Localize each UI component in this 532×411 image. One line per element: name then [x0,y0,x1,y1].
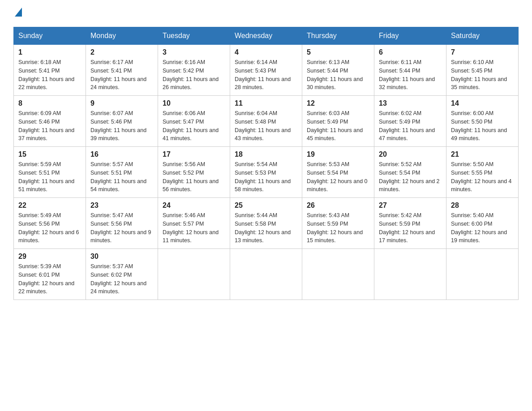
calendar-day-cell: 26 Sunrise: 5:43 AM Sunset: 5:59 PM Dayl… [302,198,374,249]
day-number: 8 [18,99,81,107]
day-info: Sunrise: 5:52 AM Sunset: 5:54 PM Dayligh… [379,160,442,194]
calendar-day-cell: 6 Sunrise: 6:11 AM Sunset: 5:44 PM Dayli… [374,45,446,96]
calendar-day-cell: 16 Sunrise: 5:57 AM Sunset: 5:51 PM Dayl… [86,147,158,198]
calendar-day-cell [446,249,519,300]
calendar-day-cell: 7 Sunrise: 6:10 AM Sunset: 5:45 PM Dayli… [446,45,519,96]
calendar-day-cell: 17 Sunrise: 5:56 AM Sunset: 5:52 PM Dayl… [158,147,230,198]
calendar-day-cell: 23 Sunrise: 5:47 AM Sunset: 5:56 PM Dayl… [86,198,158,249]
calendar-day-cell: 21 Sunrise: 5:50 AM Sunset: 5:55 PM Dayl… [446,147,519,198]
calendar-day-cell [374,249,446,300]
weekday-header-row: SundayMondayTuesdayWednesdayThursdayFrid… [14,27,519,45]
calendar-day-cell: 5 Sunrise: 6:13 AM Sunset: 5:44 PM Dayli… [302,45,374,96]
day-info: Sunrise: 5:39 AM Sunset: 6:01 PM Dayligh… [18,262,81,296]
weekday-header-friday: Friday [374,27,446,45]
day-number: 14 [451,99,514,107]
calendar-week-row: 8 Sunrise: 6:09 AM Sunset: 5:46 PM Dayli… [14,96,519,147]
day-number: 10 [163,99,225,107]
day-number: 22 [18,201,81,210]
calendar-table: SundayMondayTuesdayWednesdayThursdayFrid… [13,27,519,300]
day-info: Sunrise: 6:04 AM Sunset: 5:48 PM Dayligh… [235,109,297,143]
day-number: 6 [379,48,442,56]
day-info: Sunrise: 5:44 AM Sunset: 5:58 PM Dayligh… [235,211,297,245]
day-number: 2 [90,48,153,56]
day-number: 24 [163,201,225,210]
day-number: 19 [307,150,369,158]
day-info: Sunrise: 6:18 AM Sunset: 5:41 PM Dayligh… [18,58,81,92]
day-number: 1 [18,48,81,56]
weekday-header-tuesday: Tuesday [158,27,230,45]
day-info: Sunrise: 5:54 AM Sunset: 5:53 PM Dayligh… [235,160,297,194]
logo [13,9,22,18]
day-info: Sunrise: 5:47 AM Sunset: 5:56 PM Dayligh… [90,211,153,245]
day-info: Sunrise: 6:03 AM Sunset: 5:49 PM Dayligh… [307,109,369,143]
calendar-day-cell: 15 Sunrise: 5:59 AM Sunset: 5:51 PM Dayl… [14,147,86,198]
calendar-day-cell [230,249,302,300]
day-number: 5 [307,48,369,56]
calendar-day-cell: 18 Sunrise: 5:54 AM Sunset: 5:53 PM Dayl… [230,147,302,198]
day-info: Sunrise: 6:13 AM Sunset: 5:44 PM Dayligh… [307,58,369,92]
day-info: Sunrise: 5:46 AM Sunset: 5:57 PM Dayligh… [163,211,225,245]
day-info: Sunrise: 6:11 AM Sunset: 5:44 PM Dayligh… [379,58,442,92]
calendar-day-cell: 13 Sunrise: 6:02 AM Sunset: 5:49 PM Dayl… [374,96,446,147]
day-info: Sunrise: 6:10 AM Sunset: 5:45 PM Dayligh… [451,58,514,92]
weekday-header-wednesday: Wednesday [230,27,302,45]
day-info: Sunrise: 5:40 AM Sunset: 6:00 PM Dayligh… [451,211,514,245]
day-info: Sunrise: 6:09 AM Sunset: 5:46 PM Dayligh… [18,109,81,143]
calendar-day-cell: 20 Sunrise: 5:52 AM Sunset: 5:54 PM Dayl… [374,147,446,198]
calendar-day-cell: 10 Sunrise: 6:06 AM Sunset: 5:47 PM Dayl… [158,96,230,147]
day-number: 28 [451,201,514,210]
calendar-week-row: 1 Sunrise: 6:18 AM Sunset: 5:41 PM Dayli… [14,45,519,96]
calendar-day-cell [302,249,374,300]
calendar-day-cell: 11 Sunrise: 6:04 AM Sunset: 5:48 PM Dayl… [230,96,302,147]
day-number: 11 [235,99,297,107]
day-info: Sunrise: 5:37 AM Sunset: 6:02 PM Dayligh… [90,262,153,296]
day-number: 3 [163,48,225,56]
day-info: Sunrise: 5:56 AM Sunset: 5:52 PM Dayligh… [163,160,225,194]
day-info: Sunrise: 6:07 AM Sunset: 5:46 PM Dayligh… [90,109,153,143]
calendar-day-cell: 3 Sunrise: 6:16 AM Sunset: 5:42 PM Dayli… [158,45,230,96]
weekday-header-monday: Monday [86,27,158,45]
day-info: Sunrise: 5:59 AM Sunset: 5:51 PM Dayligh… [18,160,81,194]
calendar-day-cell: 19 Sunrise: 5:53 AM Sunset: 5:54 PM Dayl… [302,147,374,198]
logo-triangle-icon [15,8,22,17]
day-info: Sunrise: 5:53 AM Sunset: 5:54 PM Dayligh… [307,160,369,194]
day-info: Sunrise: 5:43 AM Sunset: 5:59 PM Dayligh… [307,211,369,245]
day-info: Sunrise: 6:14 AM Sunset: 5:43 PM Dayligh… [235,58,297,92]
calendar-day-cell: 4 Sunrise: 6:14 AM Sunset: 5:43 PM Dayli… [230,45,302,96]
weekday-header-thursday: Thursday [302,27,374,45]
day-number: 17 [163,150,225,158]
calendar-day-cell: 14 Sunrise: 6:00 AM Sunset: 5:50 PM Dayl… [446,96,519,147]
calendar-day-cell: 24 Sunrise: 5:46 AM Sunset: 5:57 PM Dayl… [158,198,230,249]
calendar-day-cell: 29 Sunrise: 5:39 AM Sunset: 6:01 PM Dayl… [14,249,86,300]
calendar-day-cell: 22 Sunrise: 5:49 AM Sunset: 5:56 PM Dayl… [14,198,86,249]
day-number: 29 [18,253,81,261]
day-number: 4 [235,48,297,56]
day-number: 9 [90,99,153,107]
day-number: 27 [379,201,442,210]
calendar-day-cell: 8 Sunrise: 6:09 AM Sunset: 5:46 PM Dayli… [14,96,86,147]
day-number: 16 [90,150,153,158]
day-number: 21 [451,150,514,158]
calendar-day-cell: 9 Sunrise: 6:07 AM Sunset: 5:46 PM Dayli… [86,96,158,147]
calendar-day-cell: 12 Sunrise: 6:03 AM Sunset: 5:49 PM Dayl… [302,96,374,147]
day-info: Sunrise: 6:17 AM Sunset: 5:41 PM Dayligh… [90,58,153,92]
calendar-day-cell: 30 Sunrise: 5:37 AM Sunset: 6:02 PM Dayl… [86,249,158,300]
day-info: Sunrise: 6:02 AM Sunset: 5:49 PM Dayligh… [379,109,442,143]
calendar-day-cell: 2 Sunrise: 6:17 AM Sunset: 5:41 PM Dayli… [86,45,158,96]
calendar-week-row: 15 Sunrise: 5:59 AM Sunset: 5:51 PM Dayl… [14,147,519,198]
day-number: 12 [307,99,369,107]
day-info: Sunrise: 5:57 AM Sunset: 5:51 PM Dayligh… [90,160,153,194]
day-number: 30 [90,253,153,261]
page-header [13,9,519,18]
weekday-header-sunday: Sunday [14,27,86,45]
calendar-day-cell: 27 Sunrise: 5:42 AM Sunset: 5:59 PM Dayl… [374,198,446,249]
calendar-week-row: 29 Sunrise: 5:39 AM Sunset: 6:01 PM Dayl… [14,249,519,300]
day-info: Sunrise: 6:00 AM Sunset: 5:50 PM Dayligh… [451,109,514,143]
day-number: 25 [235,201,297,210]
day-info: Sunrise: 5:42 AM Sunset: 5:59 PM Dayligh… [379,211,442,245]
day-number: 13 [379,99,442,107]
weekday-header-saturday: Saturday [446,27,519,45]
calendar-day-cell: 25 Sunrise: 5:44 AM Sunset: 5:58 PM Dayl… [230,198,302,249]
day-number: 23 [90,201,153,210]
day-info: Sunrise: 5:49 AM Sunset: 5:56 PM Dayligh… [18,211,81,245]
